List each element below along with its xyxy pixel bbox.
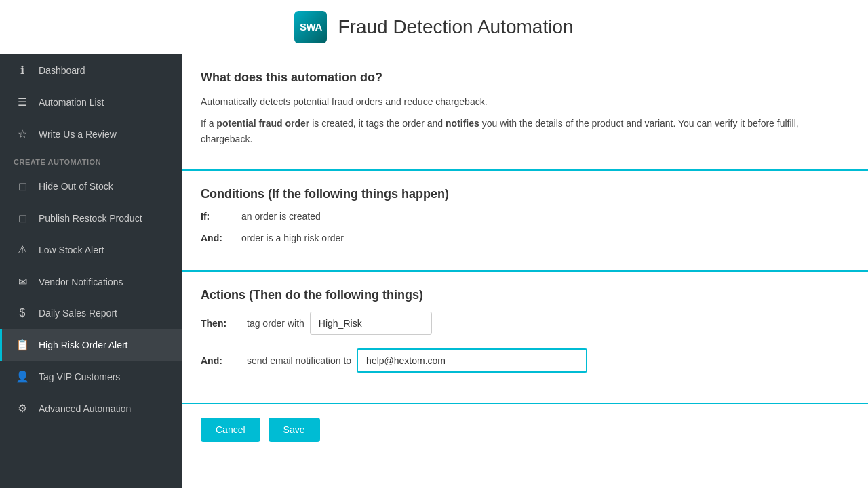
user-icon: 👤 bbox=[16, 370, 29, 383]
app-header: SWA Fraud Detection Automation bbox=[0, 0, 868, 54]
sidebar-item-low-stock-alert[interactable]: ⚠ Low Stock Alert bbox=[0, 234, 182, 266]
actions-title: Actions (Then do the following things) bbox=[201, 288, 849, 302]
what-section-title: What does this automation do? bbox=[201, 70, 849, 85]
what-text1: Automatically detects potential fraud or… bbox=[201, 94, 849, 109]
gear-icon: ⚙ bbox=[16, 402, 29, 415]
sidebar-item-publish-restock[interactable]: ◻ Publish Restock Product bbox=[0, 202, 182, 234]
main-content: What does this automation do? Automatica… bbox=[182, 54, 868, 488]
dollar-icon: $ bbox=[16, 307, 29, 319]
list-icon: ☰ bbox=[16, 96, 29, 108]
if-value: an order is created bbox=[241, 211, 321, 222]
sidebar-item-daily-sales-report[interactable]: $ Daily Sales Report bbox=[0, 298, 182, 329]
clipboard-icon: 📋 bbox=[16, 338, 29, 351]
condition-if-row: If: an order is created bbox=[201, 211, 849, 222]
tag-input[interactable] bbox=[310, 312, 432, 335]
main-layout: ℹ Dashboard ☰ Automation List ☆ Write Us… bbox=[0, 54, 868, 488]
page-title: Fraud Detection Automation bbox=[338, 16, 573, 38]
sidebar-label-advanced-automation: Advanced Automation bbox=[39, 403, 131, 414]
mail-icon: ✉ bbox=[16, 275, 29, 288]
action-then-row: Then: tag order with bbox=[201, 312, 849, 335]
sidebar-label-daily-sales-report: Daily Sales Report bbox=[39, 308, 117, 319]
sidebar: ℹ Dashboard ☰ Automation List ☆ Write Us… bbox=[0, 54, 182, 488]
sidebar-item-hide-out-of-stock[interactable]: ◻ Hide Out of Stock bbox=[0, 170, 182, 202]
actions-section: Actions (Then do the following things) T… bbox=[182, 272, 868, 404]
sidebar-label-dashboard: Dashboard bbox=[39, 65, 85, 76]
what-section: What does this automation do? Automatica… bbox=[182, 54, 868, 171]
star-icon: ☆ bbox=[16, 127, 29, 140]
conditions-section: Conditions (If the following things happ… bbox=[182, 171, 868, 272]
sidebar-item-write-review[interactable]: ☆ Write Us a Review bbox=[0, 118, 182, 150]
text2-bold1: potential fraud order bbox=[216, 118, 309, 129]
text2-bold2: notifies bbox=[446, 118, 479, 129]
text2-prefix: If a bbox=[201, 118, 216, 129]
sidebar-label-high-risk-order: High Risk Order Alert bbox=[39, 340, 127, 350]
and-label2: And: bbox=[201, 355, 241, 366]
box-icon: ◻ bbox=[16, 180, 29, 192]
sidebar-item-tag-vip[interactable]: 👤 Tag VIP Customers bbox=[0, 361, 182, 392]
email-input[interactable] bbox=[357, 348, 587, 373]
and-text: send email notification to bbox=[247, 355, 351, 366]
action-and-row: And: send email notification to bbox=[201, 348, 849, 373]
condition-and-row: And: order is a high risk order bbox=[201, 232, 849, 243]
then-label: Then: bbox=[201, 318, 241, 329]
sidebar-label-automation-list: Automation List bbox=[39, 97, 104, 108]
sidebar-label-write-review: Write Us a Review bbox=[39, 129, 117, 140]
sidebar-label-low-stock-alert: Low Stock Alert bbox=[39, 245, 104, 256]
warning-icon: ⚠ bbox=[16, 243, 29, 256]
sidebar-item-advanced-automation[interactable]: ⚙ Advanced Automation bbox=[0, 392, 182, 424]
logo-text: SWA bbox=[300, 21, 322, 33]
sidebar-label-vendor-notifications: Vendor Notifications bbox=[39, 277, 123, 287]
sidebar-label-tag-vip: Tag VIP Customers bbox=[39, 371, 120, 382]
create-automation-label: CREATE AUTOMATION bbox=[0, 150, 182, 170]
sidebar-label-publish-restock: Publish Restock Product bbox=[39, 213, 142, 224]
button-row: Cancel Save bbox=[182, 404, 868, 455]
sidebar-item-automation-list[interactable]: ☰ Automation List bbox=[0, 86, 182, 118]
then-text: tag order with bbox=[247, 318, 304, 329]
cancel-button[interactable]: Cancel bbox=[201, 418, 260, 442]
if-label: If: bbox=[201, 211, 241, 222]
sidebar-label-hide-out-of-stock: Hide Out of Stock bbox=[39, 181, 113, 192]
app-logo: SWA bbox=[294, 11, 327, 43]
conditions-title: Conditions (If the following things happ… bbox=[201, 187, 849, 201]
sidebar-item-high-risk-order[interactable]: 📋 High Risk Order Alert bbox=[0, 329, 182, 361]
package-icon: ◻ bbox=[16, 211, 29, 224]
what-text2: If a potential fraud order is created, i… bbox=[201, 116, 849, 146]
text2-middle: is created, it tags the order and bbox=[309, 118, 446, 129]
sidebar-item-dashboard[interactable]: ℹ Dashboard bbox=[0, 54, 182, 86]
save-button[interactable]: Save bbox=[269, 418, 320, 442]
and-label: And: bbox=[201, 232, 241, 243]
and-value: order is a high risk order bbox=[241, 232, 344, 243]
sidebar-item-vendor-notifications[interactable]: ✉ Vendor Notifications bbox=[0, 266, 182, 298]
info-icon: ℹ bbox=[16, 64, 29, 77]
